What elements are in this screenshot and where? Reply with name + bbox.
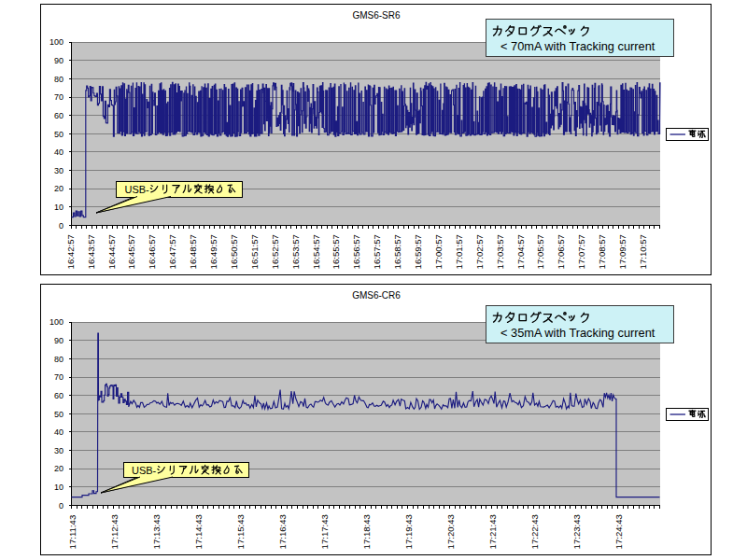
svg-text:17:22:43: 17:22:43 <box>529 514 540 549</box>
svg-text:50: 50 <box>54 130 63 139</box>
svg-text:16:59:57: 16:59:57 <box>413 234 423 269</box>
svg-text:17:05:57: 17:05:57 <box>535 234 545 269</box>
svg-text:16:52:57: 16:52:57 <box>270 234 280 269</box>
svg-text:17:21:43: 17:21:43 <box>487 514 498 549</box>
svg-text:17:00:57: 17:00:57 <box>433 234 444 269</box>
svg-text:16:49:57: 16:49:57 <box>208 234 218 269</box>
svg-text:16:42:57: 16:42:57 <box>65 234 76 269</box>
svg-text:< 35mA with Tracking current: < 35mA with Tracking current <box>500 326 655 340</box>
svg-text:50: 50 <box>54 410 63 419</box>
svg-text:< 70mA with Tracking current: < 70mA with Tracking current <box>500 39 655 53</box>
svg-text:100: 100 <box>49 317 63 327</box>
svg-text:USB-: USB- <box>125 184 150 195</box>
svg-text:17:10:57: 17:10:57 <box>638 234 648 269</box>
svg-text:17:18:43: 17:18:43 <box>361 514 372 549</box>
svg-text:16:45:57: 16:45:57 <box>126 234 136 269</box>
svg-text:16:55:57: 16:55:57 <box>331 234 341 269</box>
svg-text:GMS6-SR6: GMS6-SR6 <box>352 10 401 21</box>
svg-text:90: 90 <box>54 56 63 65</box>
svg-text:80: 80 <box>54 75 63 84</box>
svg-text:40: 40 <box>54 147 63 157</box>
svg-text:16:51:57: 16:51:57 <box>249 234 260 269</box>
svg-text:17:01:57: 17:01:57 <box>454 234 464 269</box>
svg-text:17:16:43: 17:16:43 <box>277 514 288 549</box>
svg-text:17:23:43: 17:23:43 <box>571 514 582 549</box>
svg-text:16:47:57: 16:47:57 <box>167 234 177 269</box>
svg-text:17:20:43: 17:20:43 <box>445 514 456 549</box>
svg-text:40: 40 <box>54 427 63 437</box>
svg-text:100: 100 <box>49 37 63 47</box>
svg-text:90: 90 <box>54 336 63 345</box>
svg-text:17:14:43: 17:14:43 <box>193 514 204 549</box>
svg-text:17:03:57: 17:03:57 <box>495 234 505 269</box>
svg-text:17:07:57: 17:07:57 <box>576 234 586 269</box>
svg-text:17:11:43: 17:11:43 <box>67 515 78 550</box>
svg-text:16:56:57: 16:56:57 <box>351 234 361 269</box>
svg-text:16:53:57: 16:53:57 <box>290 234 301 269</box>
svg-text:16:50:57: 16:50:57 <box>229 234 239 269</box>
svg-text:17:15:43: 17:15:43 <box>235 514 246 549</box>
svg-text:16:57:57: 16:57:57 <box>372 234 382 269</box>
svg-text:80: 80 <box>54 355 63 364</box>
svg-text:20: 20 <box>54 464 63 473</box>
svg-text:10: 10 <box>54 483 63 492</box>
svg-text:17:24:43: 17:24:43 <box>613 514 624 549</box>
svg-text:60: 60 <box>54 111 63 120</box>
svg-text:USB-: USB- <box>132 465 157 476</box>
svg-text:17:04:57: 17:04:57 <box>515 234 526 269</box>
svg-text:16:43:57: 16:43:57 <box>86 234 96 269</box>
svg-text:17:08:57: 17:08:57 <box>597 234 607 269</box>
svg-text:17:19:43: 17:19:43 <box>403 514 414 549</box>
svg-text:16:58:57: 16:58:57 <box>392 234 402 269</box>
svg-text:70: 70 <box>54 372 63 382</box>
svg-text:10: 10 <box>54 203 63 212</box>
svg-text:GMS6-CR6: GMS6-CR6 <box>352 290 401 301</box>
svg-text:17:13:43: 17:13:43 <box>151 514 162 549</box>
svg-text:20: 20 <box>54 184 63 193</box>
svg-text:17:06:57: 17:06:57 <box>556 234 566 269</box>
svg-text:30: 30 <box>54 446 63 455</box>
svg-text:0: 0 <box>59 501 63 511</box>
svg-text:30: 30 <box>54 166 63 175</box>
svg-text:16:46:57: 16:46:57 <box>147 234 157 269</box>
svg-text:17:12:43: 17:12:43 <box>109 514 120 549</box>
svg-text:17:17:43: 17:17:43 <box>319 514 330 549</box>
svg-text:16:44:57: 16:44:57 <box>106 234 117 269</box>
svg-text:0: 0 <box>59 221 63 231</box>
svg-text:16:54:57: 16:54:57 <box>311 234 321 269</box>
svg-text:17:02:57: 17:02:57 <box>474 234 485 269</box>
svg-text:60: 60 <box>54 391 63 400</box>
svg-text:17:09:57: 17:09:57 <box>617 234 627 269</box>
svg-text:70: 70 <box>54 92 63 102</box>
svg-text:16:48:57: 16:48:57 <box>188 234 198 269</box>
